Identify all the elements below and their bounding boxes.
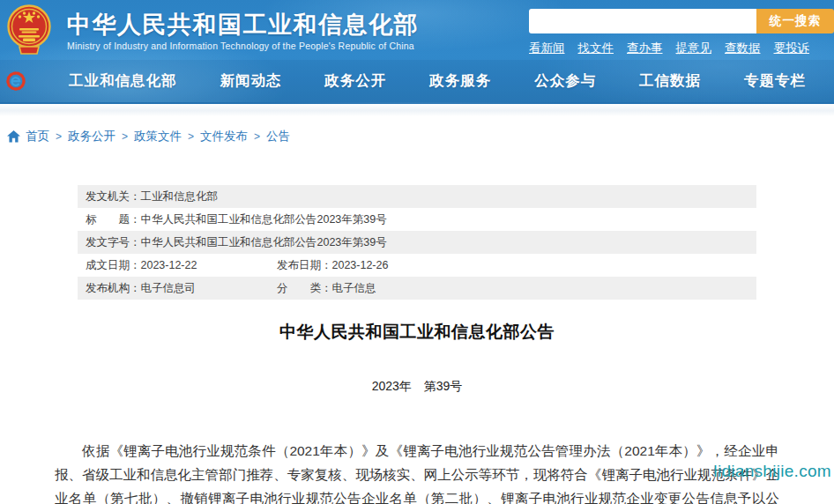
quick-links: 看新闻 找文件 查办事 提意见 查数据 要投诉	[529, 41, 834, 56]
gov-e-logo-icon	[5, 70, 26, 92]
breadcrumb-separator: >	[254, 130, 260, 143]
quick-link-feedback[interactable]: 提意见	[676, 41, 712, 56]
meta-cell: 成文日期： 2023-12-22	[86, 254, 277, 277]
meta-row-org-category: 发布机构： 电子信息司 分 类： 电子信息	[78, 277, 756, 300]
site-subtitle: Ministry of Industry and Information Tec…	[67, 41, 419, 51]
meta-value: 中华人民共和国工业和信息化部公告2023年第39号	[141, 208, 387, 231]
meta-value: 电子信息司	[141, 277, 197, 300]
main-nav: 工业和信息化部 新闻动态 政务公开 政务服务 公众参与 工信数据 专题专栏	[0, 60, 834, 102]
meta-row-issuing-agency: 发文机关： 工业和信息化部	[78, 185, 756, 208]
meta-row-title: 标 题： 中华人民共和国工业和信息化部公告2023年第39号	[78, 208, 756, 231]
breadcrumb-disclosure[interactable]: 政务公开	[68, 129, 115, 145]
quick-link-services[interactable]: 查办事	[627, 41, 663, 56]
nav-item-data[interactable]: 工信数据	[639, 71, 701, 91]
search-input[interactable]	[529, 9, 756, 33]
meta-value: 电子信息	[332, 277, 376, 300]
document-meta-table: 发文机关： 工业和信息化部 标 题： 中华人民共和国工业和信息化部公告2023年…	[78, 185, 756, 300]
meta-label: 成文日期：	[86, 254, 141, 277]
home-icon[interactable]	[7, 130, 20, 143]
quick-link-complaint[interactable]: 要投诉	[774, 41, 810, 56]
national-emblem-icon	[7, 4, 51, 56]
breadcrumb-doc-release[interactable]: 文件发布	[200, 129, 248, 145]
unified-search-button[interactable]: 统一搜索	[756, 9, 834, 33]
meta-label: 发文机关：	[86, 185, 141, 208]
article-title: 中华人民共和国工业和信息化部公告	[0, 321, 834, 344]
meta-value: 中华人民共和国工业和信息化部公告2023年第39号	[141, 231, 387, 254]
meta-value: 工业和信息化部	[141, 185, 219, 208]
site-title: 中华人民共和国工业和信息化部	[67, 11, 419, 38]
nav-item-ministry[interactable]: 工业和信息化部	[69, 71, 177, 91]
meta-label: 分 类：	[277, 277, 332, 300]
nav-item-disclosure[interactable]: 政务公开	[324, 71, 386, 91]
breadcrumb-separator: >	[56, 130, 62, 143]
article-doc-number: 2023年 第39号	[0, 379, 834, 395]
quick-link-files[interactable]: 找文件	[578, 41, 614, 56]
site-logo-link[interactable]: 中华人民共和国工业和信息化部 Ministry of Industry and …	[7, 4, 419, 56]
meta-cell: 发布机构： 电子信息司	[86, 277, 277, 300]
quick-link-data[interactable]: 查数据	[725, 41, 761, 56]
meta-label: 发布日期：	[277, 254, 332, 277]
breadcrumb: 首页 > 政务公开 > 政策文件 > 文件发布 > 公告	[7, 129, 834, 145]
site-banner: 中华人民共和国工业和信息化部 Ministry of Industry and …	[0, 0, 834, 104]
meta-row-dates: 成文日期： 2023-12-22 发布日期： 2023-12-26	[78, 254, 756, 277]
meta-row-doc-number: 发文字号： 中华人民共和国工业和信息化部公告2023年第39号	[78, 231, 756, 254]
breadcrumb-separator: >	[188, 130, 194, 143]
banner-shadow-strip	[0, 104, 834, 116]
meta-label: 发布机构：	[86, 277, 141, 300]
meta-cell: 发文字号： 中华人民共和国工业和信息化部公告2023年第39号	[86, 231, 387, 254]
breadcrumb-separator: >	[122, 130, 128, 143]
meta-cell: 发布日期： 2023-12-26	[277, 254, 388, 277]
meta-cell: 分 类： 电子信息	[277, 277, 376, 300]
meta-label: 发文字号：	[86, 231, 141, 254]
breadcrumb-policy-docs[interactable]: 政策文件	[134, 129, 182, 145]
breadcrumb-home[interactable]: 首页	[26, 129, 49, 145]
meta-value: 2023-12-22	[141, 254, 197, 277]
nav-item-services[interactable]: 政务服务	[429, 71, 491, 91]
search-zone: 统一搜索 看新闻 找文件 查办事 提意见 查数据 要投诉	[529, 9, 834, 56]
meta-value: 2023-12-26	[332, 254, 389, 277]
quick-link-news[interactable]: 看新闻	[529, 41, 565, 56]
meta-label: 标 题：	[86, 208, 141, 231]
article-body: 依据《锂离子电池行业规范条件（2021年本）》及《锂离子电池行业规范公告管理办法…	[55, 439, 779, 504]
watermark: lidianshijie.com	[713, 462, 831, 481]
nav-item-topics[interactable]: 专题专栏	[744, 71, 806, 91]
page: { "header": { "site_name_zh": "中华人民共和国工业…	[0, 0, 834, 504]
meta-cell: 发文机关： 工业和信息化部	[86, 185, 218, 208]
breadcrumb-current-announcement: 公告	[266, 129, 290, 145]
nav-items: 工业和信息化部 新闻动态 政务公开 政务服务 公众参与 工信数据 专题专栏	[39, 71, 811, 91]
nav-item-public[interactable]: 公众参与	[534, 71, 596, 91]
meta-cell: 标 题： 中华人民共和国工业和信息化部公告2023年第39号	[86, 208, 387, 231]
brand-text: 中华人民共和国工业和信息化部 Ministry of Industry and …	[67, 4, 419, 51]
search-bar: 统一搜索	[529, 9, 834, 33]
banner-top: 中华人民共和国工业和信息化部 Ministry of Industry and …	[0, 0, 834, 60]
nav-item-news[interactable]: 新闻动态	[220, 71, 281, 91]
